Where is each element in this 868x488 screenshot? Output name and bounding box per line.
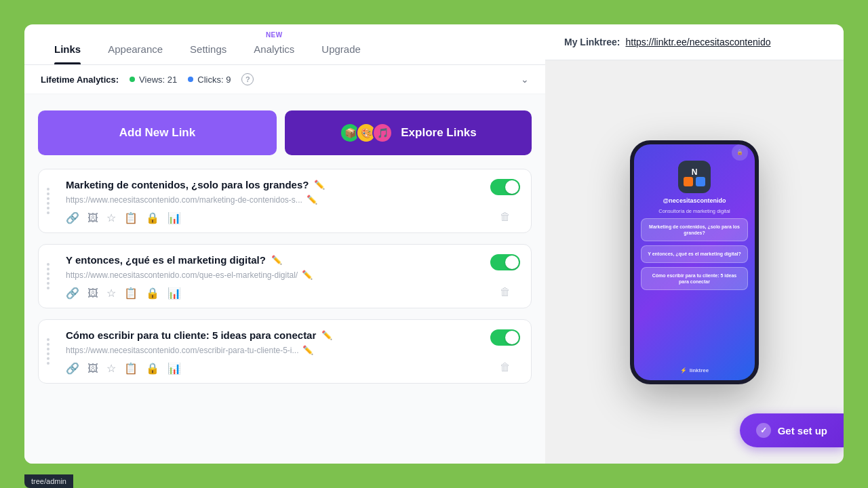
schedule-icon-action[interactable]: 📋 bbox=[124, 287, 138, 300]
views-value: Views: 21 bbox=[139, 75, 177, 85]
analytics-icon-action[interactable]: 📊 bbox=[167, 287, 181, 300]
edit-url-icon[interactable]: ✏️ bbox=[307, 195, 317, 205]
tab-appearance[interactable]: Appearance bbox=[94, 31, 176, 64]
phone-bio: Consultoría de marketing digital bbox=[658, 208, 730, 215]
drag-dot bbox=[47, 338, 50, 341]
drag-dot bbox=[47, 272, 50, 275]
avatar-n: N bbox=[692, 167, 698, 177]
schedule-icon-action[interactable]: 📋 bbox=[124, 211, 138, 224]
main-panel: Links Appearance Settings NEW Analytics … bbox=[24, 24, 545, 464]
analytics-chevron-icon[interactable]: ⌄ bbox=[521, 74, 529, 85]
phone-link-3[interactable]: Cómo escribir para tu cliente: 5 ideas p… bbox=[641, 267, 748, 290]
tab-appearance-label: Appearance bbox=[108, 43, 163, 55]
tab-settings-label: Settings bbox=[190, 43, 226, 55]
card-url-row: https://www.necesitascontenido.com/que-e… bbox=[66, 270, 471, 280]
card-url-row: https://www.necesitascontenido.com/marke… bbox=[66, 195, 471, 205]
link-icon-action[interactable]: 🔗 bbox=[66, 362, 79, 375]
edit-url-icon[interactable]: ✏️ bbox=[302, 345, 313, 355]
lock-icon-action[interactable]: 🔒 bbox=[146, 362, 159, 375]
drag-handle[interactable] bbox=[39, 320, 58, 383]
clicks-stat: Clicks: 9 bbox=[188, 75, 231, 85]
link-url: https://www.necesitascontenido.com/que-e… bbox=[66, 270, 298, 280]
phone-link-1[interactable]: Marketing de contenidos, ¿solo para los … bbox=[641, 218, 748, 241]
link-icon-action[interactable]: 🔗 bbox=[66, 287, 79, 300]
phone-screen: 🔒 N @necesitascontenido Consultoría d bbox=[634, 144, 755, 380]
explore-links-label: Explore Links bbox=[401, 126, 476, 140]
link-card: Y entonces, ¿qué es el marketing digital… bbox=[38, 244, 532, 308]
add-new-link-button[interactable]: Add New Link bbox=[38, 110, 277, 155]
tab-upgrade-label: Upgrade bbox=[321, 43, 361, 55]
card-title-row: Y entonces, ¿qué es el marketing digital… bbox=[66, 254, 471, 266]
clicks-dot bbox=[188, 77, 193, 82]
card-actions: 🔗 🖼 ☆ 📋 🔒 📊 bbox=[66, 211, 471, 224]
get-set-up-label: Get set up bbox=[778, 425, 827, 436]
card-title-row: Cómo escribir para tu cliente: 5 ideas p… bbox=[66, 329, 471, 341]
link-toggle[interactable] bbox=[490, 179, 520, 195]
tab-analytics-label: Analytics bbox=[254, 43, 294, 55]
edit-title-icon[interactable]: ✏️ bbox=[314, 180, 325, 190]
phone-avatar: N bbox=[678, 161, 711, 193]
drag-dot bbox=[47, 268, 50, 270]
phone-link-2[interactable]: Y entonces, ¿qué es el marketing digital… bbox=[641, 245, 748, 262]
link-card: Cómo escribir para tu cliente: 5 ideas p… bbox=[38, 319, 532, 384]
analytics-icon-action[interactable]: 📊 bbox=[167, 211, 181, 224]
link-toggle[interactable] bbox=[490, 254, 520, 270]
tab-settings[interactable]: Settings bbox=[176, 31, 240, 64]
drag-dot bbox=[47, 277, 50, 280]
nav-bar: Links Appearance Settings NEW Analytics … bbox=[24, 24, 545, 65]
card-url-row: https://www.necesitascontenido.com/escri… bbox=[66, 345, 471, 355]
delete-link-icon[interactable]: 🗑 bbox=[500, 211, 511, 223]
drag-dot bbox=[47, 343, 50, 346]
my-linktree-url[interactable]: https://linktr.ee/necesitascontenido bbox=[625, 37, 770, 47]
drag-handle[interactable] bbox=[39, 245, 58, 308]
explore-icon-3: 🎵 bbox=[372, 123, 393, 143]
card-right: 🗑 bbox=[479, 320, 531, 383]
explore-links-button[interactable]: 📦 🎨 🎵 Explore Links bbox=[285, 110, 532, 155]
my-linktree-label: My Linktree: bbox=[564, 37, 620, 47]
linktree-logo-icon: ⚡ bbox=[680, 367, 687, 373]
star-icon-action[interactable]: ☆ bbox=[106, 211, 116, 224]
star-icon-action[interactable]: ☆ bbox=[106, 287, 116, 300]
analytics-bar: Lifetime Analytics: Views: 21 Clicks: 9 … bbox=[24, 65, 545, 94]
link-url: https://www.necesitascontenido.com/escri… bbox=[66, 346, 298, 355]
tab-links[interactable]: Links bbox=[41, 31, 94, 64]
clicks-value: Clicks: 9 bbox=[197, 75, 231, 85]
analytics-bar-label: Lifetime Analytics: bbox=[41, 75, 119, 85]
views-stat: Views: 21 bbox=[130, 75, 177, 85]
phone-footer: ⚡ linktree bbox=[680, 367, 709, 373]
lock-icon-action[interactable]: 🔒 bbox=[146, 287, 159, 300]
thumbnail-icon-action[interactable]: 🖼 bbox=[87, 363, 98, 375]
thumbnail-icon-action[interactable]: 🖼 bbox=[87, 287, 98, 300]
card-right: 🗑 bbox=[479, 169, 531, 232]
drag-dot bbox=[47, 362, 50, 365]
link-title: Cómo escribir para tu cliente: 5 ideas p… bbox=[66, 329, 316, 341]
edit-title-icon[interactable]: ✏️ bbox=[321, 330, 332, 340]
schedule-icon-action[interactable]: 📋 bbox=[124, 362, 138, 375]
delete-link-icon[interactable]: 🗑 bbox=[500, 286, 511, 298]
analytics-help-icon[interactable]: ? bbox=[241, 73, 254, 85]
phone-notch: 🔒 bbox=[732, 144, 748, 161]
tab-analytics[interactable]: NEW Analytics bbox=[240, 24, 308, 64]
admin-bar: tree/admin bbox=[24, 474, 73, 488]
card-title-row: Marketing de contenidos, ¿solo para los … bbox=[66, 179, 471, 190]
card-body: Marketing de contenidos, ¿solo para los … bbox=[58, 169, 479, 232]
tab-upgrade[interactable]: Upgrade bbox=[308, 31, 374, 64]
link-toggle[interactable] bbox=[490, 329, 520, 346]
drag-handle[interactable] bbox=[39, 169, 58, 232]
drag-dot bbox=[47, 211, 50, 214]
star-icon-action[interactable]: ☆ bbox=[106, 362, 116, 375]
link-icon-action[interactable]: 🔗 bbox=[66, 211, 79, 224]
analytics-new-badge: NEW bbox=[266, 31, 283, 39]
drag-dot bbox=[47, 357, 50, 360]
avatar-c-blue bbox=[696, 177, 705, 186]
lock-icon-action[interactable]: 🔒 bbox=[146, 211, 159, 224]
delete-link-icon[interactable]: 🗑 bbox=[500, 361, 511, 373]
get-set-up-button[interactable]: ✓ Get set up bbox=[740, 413, 844, 447]
checkmark-icon: ✓ bbox=[756, 423, 771, 438]
linktree-wordmark: linktree bbox=[690, 367, 709, 373]
thumbnail-icon-action[interactable]: 🖼 bbox=[87, 212, 98, 224]
analytics-icon-action[interactable]: 📊 bbox=[167, 362, 181, 375]
edit-title-icon[interactable]: ✏️ bbox=[271, 255, 282, 265]
edit-url-icon[interactable]: ✏️ bbox=[302, 270, 313, 280]
card-right: 🗑 bbox=[479, 245, 531, 308]
